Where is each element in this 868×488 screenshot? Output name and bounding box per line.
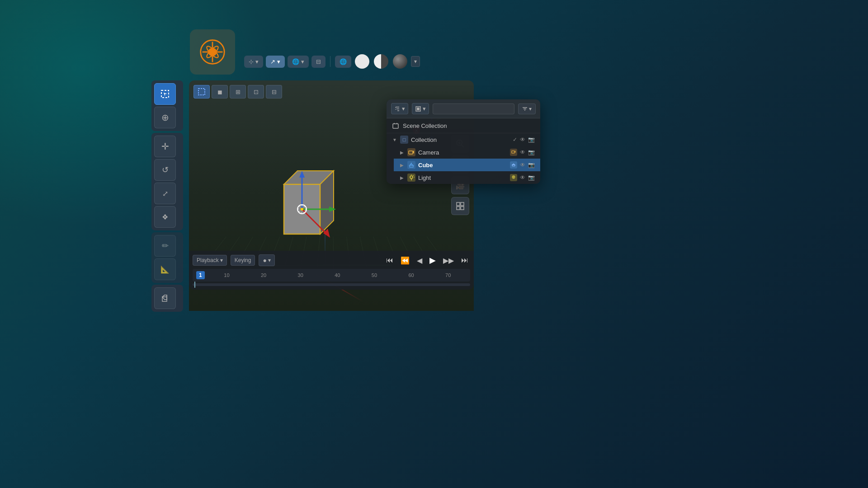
global-local-btn[interactable]: 🌐 ▾ <box>288 56 309 68</box>
play-back-btn[interactable]: ◀ <box>415 255 424 266</box>
proportional-edit-btn[interactable]: ⊟ <box>311 56 326 68</box>
viewport-overlay-btn[interactable]: ⊞ <box>230 85 246 99</box>
svg-rect-52 <box>417 108 420 110</box>
rendered-shading-btn[interactable] <box>393 54 407 69</box>
grid-icon <box>456 202 465 211</box>
svg-rect-43 <box>457 202 460 206</box>
scale-icon: ⤢ <box>162 189 168 198</box>
svg-rect-44 <box>461 202 464 206</box>
transform-tool-btn[interactable]: ❖ <box>154 206 176 228</box>
camera-row[interactable]: ▶ Camera 👁 📷 <box>394 146 540 159</box>
cube-object[interactable] <box>257 166 347 257</box>
svg-rect-46 <box>461 206 464 210</box>
filter-icon <box>522 106 528 112</box>
cube-render-icon[interactable]: 📷 <box>528 162 535 168</box>
keying-btn[interactable]: Keying <box>231 255 255 266</box>
cursor-tool-btn[interactable]: ⊕ <box>154 107 176 128</box>
frame-dot-icon: ● <box>263 257 266 264</box>
tick-10: 10 <box>208 272 245 278</box>
collection-row[interactable]: ▼ □ Collection ✓ 👁 📷 <box>387 133 540 146</box>
frame-marker-arrow: ▾ <box>268 257 271 263</box>
outliner-panel: ▾ ▾ ▾ Scene Collection <box>387 99 540 184</box>
select-dropdown-arrow: ▾ <box>277 58 280 65</box>
select-box-tool-btn[interactable] <box>154 83 176 105</box>
cube-expand-arrow[interactable]: ▶ <box>399 162 405 168</box>
tick-30: 30 <box>282 272 319 278</box>
svg-point-75 <box>513 177 514 178</box>
svg-rect-59 <box>409 151 413 154</box>
viewport-globe-btn[interactable]: 🌐 <box>335 56 351 68</box>
mode-selector-btn[interactable]: ⊹ ▾ <box>244 56 263 68</box>
light-row-icons: 👁 📷 <box>510 174 535 181</box>
viewport-select-btn[interactable] <box>193 85 210 99</box>
timeline-scrubber[interactable] <box>193 283 470 286</box>
collection-name: Collection <box>411 136 510 143</box>
collection-visibility-check-icon[interactable]: ✓ <box>513 136 517 143</box>
tool-group-add <box>151 285 183 312</box>
svg-rect-61 <box>512 151 514 153</box>
frame-marker-btn[interactable]: ● ▾ <box>259 254 274 266</box>
collection-hide-icon[interactable]: 👁 <box>520 136 525 143</box>
grid-view-btn[interactable] <box>451 197 469 215</box>
outliner-filter-btn[interactable]: ▾ <box>518 103 536 114</box>
viewport-shading-type-btn[interactable]: ⊟ <box>266 85 282 99</box>
jump-start-icon: ⏮ <box>386 256 393 264</box>
play-btn[interactable]: ▶ <box>428 254 438 266</box>
svg-marker-66 <box>410 163 411 165</box>
tool-group-annotate: ✏ 📐 <box>151 232 183 283</box>
tick-50: 50 <box>356 272 393 278</box>
playback-dropdown-btn[interactable]: Playback ▾ <box>193 255 227 266</box>
cube-row[interactable]: ▶ Cube 👁 📷 <box>394 159 540 171</box>
jump-end-btn[interactable]: ⏭ <box>459 255 470 265</box>
collection-expand-arrow[interactable]: ▼ <box>392 137 397 142</box>
measure-tool-btn[interactable]: 📐 <box>154 258 176 280</box>
gizmo-icon: ⊡ <box>254 89 259 95</box>
solid-shading-btn[interactable] <box>355 54 369 69</box>
globe-icon: 🌐 <box>292 58 299 65</box>
cursor-circle-icon: ⊕ <box>161 112 169 123</box>
camera-render-icon[interactable]: 📷 <box>528 149 535 155</box>
camera-expand-arrow[interactable]: ▶ <box>399 150 405 155</box>
svg-rect-45 <box>457 206 460 210</box>
viewport-gizmo-btn[interactable]: ⊡ <box>248 85 264 99</box>
view-type-arrow: ▾ <box>402 105 405 112</box>
jump-start-btn[interactable]: ⏮ <box>384 255 395 265</box>
cube-mesh-icon <box>408 162 415 168</box>
add-cube-tool-btn[interactable] <box>154 287 176 309</box>
move-icon: ✛ <box>161 141 169 152</box>
camera-hide-icon[interactable]: 👁 <box>520 149 525 155</box>
collection-render-icon[interactable]: 📷 <box>528 136 535 143</box>
outliner-view-type-btn[interactable]: ▾ <box>391 103 408 114</box>
left-sidebar: ⊕ ✛ ↺ ⤢ ❖ ✏ 📐 <box>151 80 183 312</box>
measure-icon: 📐 <box>160 265 170 274</box>
annotate-tool-btn[interactable]: ✏ <box>154 235 176 257</box>
move-tool-btn[interactable]: ✛ <box>154 136 176 157</box>
material-shading-btn[interactable] <box>374 54 388 69</box>
select-tool-btn[interactable]: ↗ ▾ <box>266 56 285 68</box>
cube-row-icons: 👁 📷 <box>510 161 535 169</box>
light-render-icon[interactable]: 📷 <box>528 174 535 181</box>
play-back-icon: ◀ <box>417 257 422 264</box>
scrubber-handle[interactable] <box>194 282 195 288</box>
step-back-btn[interactable]: ⏪ <box>399 255 411 266</box>
camera-row-icons: 👁 📷 <box>510 149 535 156</box>
svg-marker-11 <box>162 295 167 300</box>
viewport-obj-mode-btn[interactable]: ◼ <box>212 85 228 99</box>
outliner-search-input[interactable] <box>433 103 514 114</box>
proportional-icon: ⊟ <box>316 58 321 65</box>
viewport-globe-icon: 🌐 <box>340 58 347 65</box>
scale-tool-btn[interactable]: ⤢ <box>154 183 176 204</box>
light-expand-arrow[interactable]: ▶ <box>399 175 405 180</box>
outliner-display-mode-btn[interactable]: ▾ <box>412 103 429 114</box>
tool-group-transform: ✛ ↺ ⤢ ❖ <box>151 133 183 230</box>
step-forward-btn[interactable]: ▶▶ <box>441 255 456 266</box>
rotate-tool-btn[interactable]: ↺ <box>154 159 176 181</box>
timeline-ruler[interactable]: 1 10 20 30 40 50 60 70 <box>193 269 470 282</box>
shading-dropdown-btn[interactable]: ▾ <box>411 56 420 67</box>
light-type-icon <box>408 174 415 181</box>
light-row[interactable]: ▶ Light 👁 📷 <box>394 171 540 184</box>
light-hide-icon[interactable]: 👁 <box>520 174 525 181</box>
cube-hide-icon[interactable]: 👁 <box>520 162 525 168</box>
rotate-icon: ↺ <box>162 165 169 175</box>
scene-collection-row[interactable]: Scene Collection <box>387 118 540 133</box>
